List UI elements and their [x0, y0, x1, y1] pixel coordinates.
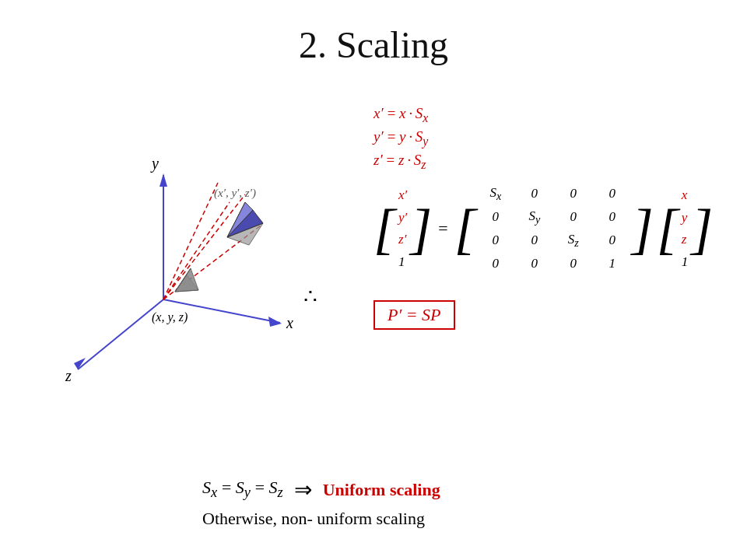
scaling-diagram: y x z (x, y, z) (x′, y′, z′)	[31, 82, 327, 393]
matrix-bracket-close: ]	[632, 182, 654, 275]
eq3: z′ = z · Sz	[374, 152, 747, 172]
lhs-bracket-close: ]	[410, 183, 432, 276]
svg-text:(x, y, z): (x, y, z)	[152, 310, 188, 324]
page-title: 2. Scaling	[0, 0, 747, 66]
eq2: y′ = y · Sy	[374, 128, 747, 149]
bottom-section: Sx = Sy = Sz ⇒ Uniform scaling Otherwise…	[31, 477, 716, 529]
svg-marker-3	[160, 173, 167, 187]
nonuniform-line: Otherwise, non- uniform scaling	[31, 509, 716, 529]
svg-text:y: y	[150, 155, 159, 173]
diagram-area: y x z (x, y, z) (x′, y′, z′)	[31, 82, 358, 408]
lhs-bracket-open: [	[374, 183, 395, 276]
svg-text:x: x	[286, 314, 293, 331]
uniform-label: Uniform scaling	[323, 480, 440, 500]
svg-marker-5	[268, 317, 282, 327]
svg-text:(x′, y′, z′): (x′, y′, z′)	[214, 187, 256, 200]
svg-line-0	[78, 299, 163, 369]
equations-area: x′ = x · Sx y′ = y · Sy z′ = z · Sz [ x′…	[358, 82, 747, 408]
pbox-label: P′ = SP	[374, 300, 455, 330]
equals-sign: =	[438, 219, 447, 239]
rhs-bracket-open: [	[657, 183, 679, 276]
implies-arrow: ⇒	[294, 477, 312, 502]
matrix-body: Sx000 0Sy00 00Sz0 0001	[476, 182, 632, 275]
pbox-container: P′ = SP	[374, 289, 747, 330]
svg-text:z: z	[65, 367, 72, 384]
svg-text:∴: ∴	[303, 284, 317, 308]
matrix-equation: [ x′ y′ z′ 1 ] = [ Sx000 0Sy00 00Sz0 000…	[374, 182, 747, 275]
uniform-scaling-line: Sx = Sy = Sz ⇒ Uniform scaling	[31, 477, 716, 502]
uniform-condition: Sx = Sy = Sz	[202, 478, 283, 501]
matrix-bracket-open: [	[454, 182, 476, 275]
eq1: x′ = x · Sx	[374, 105, 747, 125]
rhs-bracket-close: ]	[691, 183, 713, 276]
